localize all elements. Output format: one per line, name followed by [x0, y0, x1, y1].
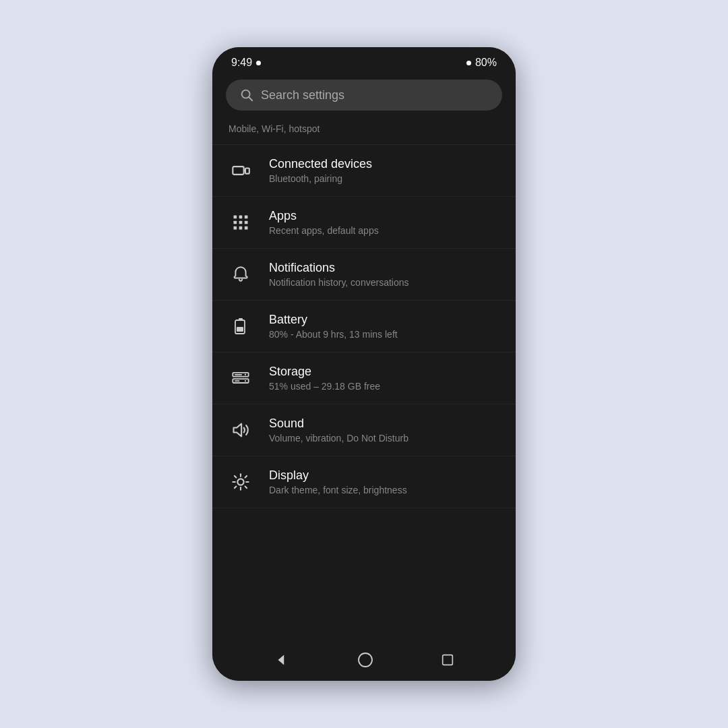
battery-text: Battery 80% - About 9 hrs, 13 mins left [269, 313, 398, 340]
nav-bar [212, 642, 516, 681]
settings-item-display[interactable]: Display Dark theme, font size, brightnes… [212, 456, 516, 508]
status-dot-right [466, 61, 471, 65]
status-battery: 80% [475, 57, 497, 69]
svg-rect-15 [239, 318, 243, 320]
status-right: 80% [466, 57, 497, 69]
battery-icon [229, 314, 253, 338]
svg-point-24 [237, 479, 243, 485]
network-partial-item[interactable]: Mobile, Wi-Fi, hotspot [212, 119, 516, 145]
svg-marker-33 [278, 655, 284, 665]
svg-line-1 [249, 97, 252, 100]
svg-rect-35 [443, 655, 453, 665]
storage-title: Storage [269, 365, 380, 379]
storage-text: Storage 51% used – 29.18 GB free [269, 365, 380, 392]
settings-item-notifications[interactable]: Notifications Notification history, conv… [212, 249, 516, 301]
settings-item-apps[interactable]: Apps Recent apps, default apps [212, 197, 516, 249]
notifications-icon [229, 262, 253, 286]
svg-rect-9 [239, 221, 243, 224]
svg-rect-13 [245, 226, 248, 230]
svg-rect-7 [245, 216, 248, 219]
display-text: Display Dark theme, font size, brightnes… [269, 468, 407, 495]
phone-frame: 9:49 80% Search settings Mobile, Wi-Fi, … [212, 47, 516, 681]
storage-subtitle: 51% used – 29.18 GB free [269, 381, 380, 392]
notifications-title: Notifications [269, 261, 409, 275]
status-dot-left [256, 61, 261, 65]
svg-rect-8 [234, 221, 237, 224]
svg-line-32 [235, 487, 236, 488]
svg-point-34 [359, 653, 372, 667]
svg-rect-10 [245, 221, 248, 224]
svg-rect-6 [239, 216, 243, 219]
notifications-text: Notifications Notification history, conv… [269, 261, 409, 288]
svg-rect-5 [234, 216, 237, 219]
recents-button[interactable] [440, 653, 455, 667]
apps-text: Apps Recent apps, default apps [269, 209, 379, 236]
svg-marker-23 [234, 424, 242, 437]
connected-devices-text: Connected devices Bluetooth, pairing [269, 157, 372, 184]
svg-rect-3 [245, 169, 249, 174]
storage-icon [229, 366, 253, 390]
apps-subtitle: Recent apps, default apps [269, 225, 379, 236]
settings-item-connected-devices[interactable]: Connected devices Bluetooth, pairing [212, 145, 516, 197]
svg-rect-11 [234, 226, 237, 230]
svg-point-20 [245, 380, 246, 382]
search-icon [239, 88, 254, 102]
connected-devices-title: Connected devices [269, 157, 372, 171]
connected-devices-subtitle: Bluetooth, pairing [269, 173, 372, 184]
search-bar[interactable]: Search settings [226, 80, 502, 111]
svg-rect-12 [239, 226, 243, 230]
network-partial-subtitle: Mobile, Wi-Fi, hotspot [229, 123, 320, 134]
svg-point-18 [245, 374, 246, 375]
svg-rect-16 [237, 327, 243, 332]
sound-subtitle: Volume, vibration, Do Not Disturb [269, 433, 408, 444]
back-button[interactable] [273, 651, 291, 669]
sound-text: Sound Volume, vibration, Do Not Disturb [269, 417, 408, 444]
home-button[interactable] [357, 652, 373, 668]
status-time: 9:49 [231, 57, 252, 69]
status-bar: 9:49 80% [212, 47, 516, 74]
search-bar-container: Search settings [212, 74, 516, 119]
status-left: 9:49 [231, 57, 261, 69]
battery-title: Battery [269, 313, 398, 327]
display-icon [229, 470, 253, 494]
svg-line-31 [245, 476, 247, 477]
sound-title: Sound [269, 417, 408, 431]
settings-item-storage[interactable]: Storage 51% used – 29.18 GB free [212, 353, 516, 404]
display-title: Display [269, 468, 407, 483]
apps-title: Apps [269, 209, 379, 223]
apps-icon [229, 210, 253, 235]
search-input-placeholder: Search settings [261, 88, 344, 102]
svg-line-30 [245, 487, 247, 488]
display-subtitle: Dark theme, font size, brightness [269, 485, 407, 495]
svg-line-29 [235, 476, 236, 477]
settings-item-sound[interactable]: Sound Volume, vibration, Do Not Disturb [212, 404, 516, 456]
battery-subtitle: 80% - About 9 hrs, 13 mins left [269, 329, 398, 340]
settings-list[interactable]: Mobile, Wi-Fi, hotspot Connected devices… [212, 119, 516, 642]
sound-icon [229, 418, 253, 442]
svg-rect-2 [233, 166, 243, 175]
connected-devices-icon [229, 158, 253, 183]
notifications-subtitle: Notification history, conversations [269, 277, 409, 288]
settings-item-battery[interactable]: Battery 80% - About 9 hrs, 13 mins left [212, 301, 516, 353]
